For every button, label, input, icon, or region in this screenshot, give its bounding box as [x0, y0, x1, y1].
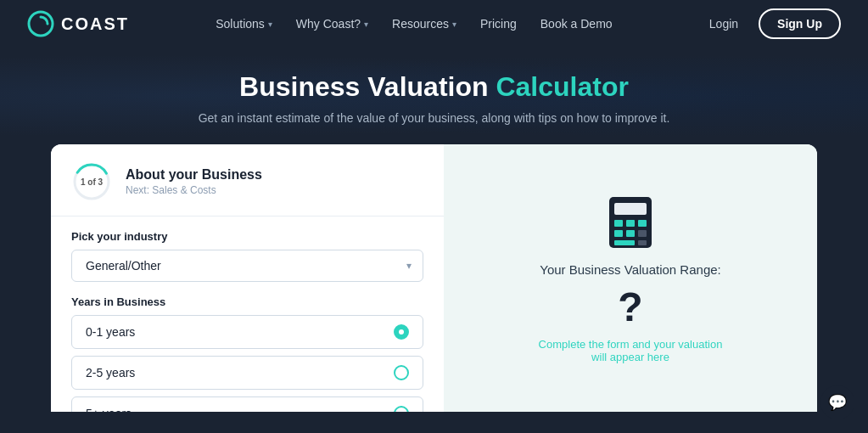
radio-circle-1	[394, 365, 409, 380]
radio-circle-2	[394, 406, 409, 412]
years-radio-group: 0-1 years 2-5 years 5+ years	[71, 315, 423, 412]
nav-why-coast[interactable]: Why Coast? ▾	[286, 12, 378, 36]
form-body: Pick your industry General/Other ▾ Years…	[51, 216, 444, 412]
svg-rect-11	[638, 230, 647, 237]
valuation-value: ?	[618, 287, 642, 328]
chat-icon: 💬	[828, 393, 847, 412]
valuation-label: Your Business Valuation Range:	[540, 262, 720, 277]
hero-subtitle: Get an instant estimate of the value of …	[17, 110, 851, 127]
svg-rect-5	[614, 203, 647, 215]
industry-label: Pick your industry	[71, 230, 423, 243]
hero-section: Business Valuation Calculator Get an ins…	[0, 48, 868, 144]
step-next: Next: Sales & Costs	[126, 184, 262, 196]
step-title: About your Business	[126, 167, 262, 183]
login-button[interactable]: Login	[699, 12, 748, 36]
calculator-icon	[601, 193, 660, 252]
chevron-down-icon: ▾	[452, 20, 456, 29]
step-info: About your Business Next: Sales & Costs	[126, 167, 262, 196]
svg-rect-7	[626, 220, 635, 227]
svg-rect-6	[614, 220, 623, 227]
svg-text:1 of 3: 1 of 3	[81, 177, 104, 187]
nav-actions: Login Sign Up	[699, 8, 841, 39]
results-panel: Your Business Valuation Range: ? Complet…	[444, 144, 817, 412]
years-option-1[interactable]: 2-5 years	[71, 356, 423, 390]
svg-rect-13	[638, 240, 647, 245]
chat-button[interactable]: 💬	[820, 385, 854, 419]
logo-text: COAST	[61, 14, 129, 34]
svg-rect-8	[638, 220, 647, 227]
signup-button[interactable]: Sign Up	[759, 8, 841, 39]
chevron-down-icon: ▾	[364, 20, 368, 29]
calculator-card: 1 of 3 About your Business Next: Sales &…	[51, 144, 817, 412]
svg-point-0	[29, 12, 53, 36]
nav-menu: Solutions ▾ Why Coast? ▾ Resources ▾ Pri…	[205, 12, 622, 36]
step-header: 1 of 3 About your Business Next: Sales &…	[51, 144, 444, 216]
years-option-2[interactable]: 5+ years	[71, 396, 423, 412]
navbar: COAST Solutions ▾ Why Coast? ▾ Resources…	[0, 0, 868, 48]
industry-select-wrapper: General/Other ▾	[71, 250, 423, 282]
svg-rect-12	[614, 240, 635, 245]
nav-solutions[interactable]: Solutions ▾	[205, 12, 283, 36]
chevron-down-icon: ▾	[268, 20, 272, 29]
logo-icon	[27, 10, 54, 37]
radio-circle-0	[394, 324, 409, 340]
nav-pricing[interactable]: Pricing	[470, 12, 527, 36]
svg-rect-9	[614, 230, 623, 237]
step-progress: 1 of 3	[71, 161, 112, 202]
hero-title: Business Valuation Calculator	[17, 71, 851, 103]
nav-book-demo[interactable]: Book a Demo	[530, 12, 623, 36]
valuation-hint: Complete the form and your valuation wil…	[537, 338, 724, 363]
nav-resources[interactable]: Resources ▾	[382, 12, 467, 36]
years-option-0[interactable]: 0-1 years	[71, 315, 423, 349]
svg-rect-10	[626, 230, 635, 237]
logo[interactable]: COAST	[27, 10, 129, 37]
industry-select[interactable]: General/Other	[71, 250, 423, 282]
form-panel: 1 of 3 About your Business Next: Sales &…	[51, 144, 444, 412]
years-label: Years in Business	[71, 295, 423, 308]
